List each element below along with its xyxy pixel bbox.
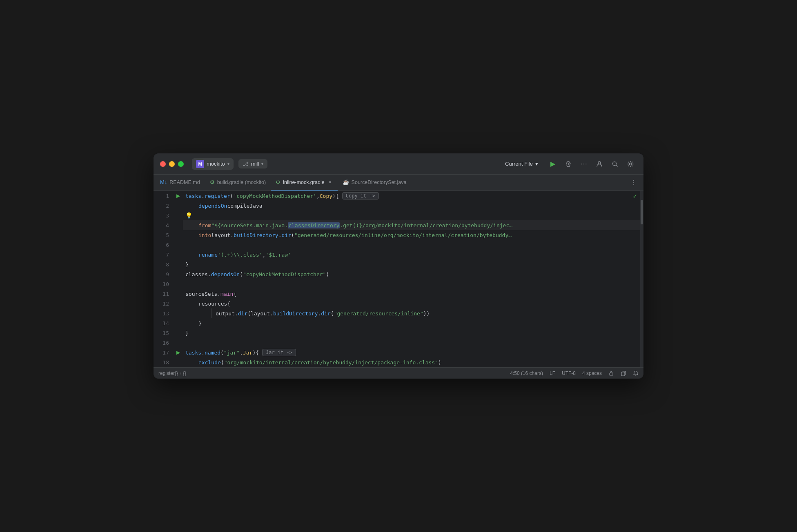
status-bar: register{} › {} 4:50 (16 chars) LF UTF-8… bbox=[154, 367, 643, 379]
run-gutter-18 bbox=[173, 357, 183, 367]
run-arrow-17[interactable]: ▶ bbox=[176, 350, 180, 355]
debug-button[interactable] bbox=[562, 157, 575, 171]
current-file-label: Current File bbox=[505, 161, 533, 167]
line-num-1: 1 bbox=[154, 191, 173, 201]
tab-readme-label: README.md bbox=[169, 180, 200, 185]
line-num-16: 16 bbox=[154, 338, 173, 348]
gradle-icon: ⚙ bbox=[210, 179, 215, 185]
run-gutter-5 bbox=[173, 230, 183, 240]
user-button[interactable] bbox=[593, 157, 606, 171]
tab-close-button[interactable]: ✕ bbox=[327, 180, 333, 185]
code-editor[interactable]: tasks.register('copyMockMethodDispatcher… bbox=[183, 191, 640, 367]
svg-point-0 bbox=[598, 162, 601, 164]
statusbar-right: 4:50 (16 chars) LF UTF-8 4 spaces bbox=[510, 370, 639, 376]
maximize-button[interactable] bbox=[178, 161, 184, 167]
ide-window: M mockito ▾ ⎇ mill ▾ Current File ▾ ▶ ⋯ bbox=[154, 153, 643, 379]
line-ending[interactable]: LF bbox=[550, 370, 555, 376]
cursor-position[interactable]: 4:50 (16 chars) bbox=[510, 370, 543, 376]
gradle2-icon: ⚙ bbox=[276, 179, 281, 185]
bulb-icon: 💡 bbox=[185, 212, 192, 219]
tab-source-dir[interactable]: ☕ SourceDirectorySet.java bbox=[338, 175, 412, 191]
titlebar: M mockito ▾ ⎇ mill ▾ Current File ▾ ▶ ⋯ bbox=[154, 153, 643, 175]
project-selector[interactable]: M mockito ▾ bbox=[192, 158, 234, 170]
settings-button[interactable] bbox=[624, 157, 637, 171]
project-icon: M bbox=[196, 160, 204, 168]
breadcrumb: register{} › {} bbox=[158, 370, 186, 376]
line-num-14: 14 bbox=[154, 318, 173, 328]
code-line-12: resources { bbox=[183, 299, 640, 308]
tab-bar: M↓ README.md ⚙ build.gradle (mockito) ⚙ … bbox=[154, 175, 643, 191]
line-num-12: 12 bbox=[154, 299, 173, 308]
run-button[interactable]: ▶ bbox=[546, 157, 559, 171]
line-num-13: 13 bbox=[154, 308, 173, 318]
line-num-10: 10 bbox=[154, 279, 173, 289]
run-gutter-13 bbox=[173, 308, 183, 318]
project-chevron-icon: ▾ bbox=[227, 162, 229, 166]
run-gutter-2 bbox=[173, 201, 183, 211]
editor-area: 1 2 3 4 5 6 7 8 9 10 11 12 13 14 15 16 1… bbox=[154, 191, 643, 367]
minimize-button[interactable] bbox=[169, 161, 175, 167]
line-num-5: 5 bbox=[154, 230, 173, 240]
code-line-16 bbox=[183, 338, 640, 348]
code-line-17: tasks.named("jar", Jar) { Jar it -> bbox=[183, 348, 640, 357]
project-name: mockito bbox=[207, 161, 225, 167]
svg-point-1 bbox=[613, 162, 617, 165]
run-gutter-15 bbox=[173, 328, 183, 338]
svg-rect-4 bbox=[621, 372, 625, 376]
branch-selector[interactable]: ⎇ mill ▾ bbox=[238, 159, 268, 168]
line-num-9: 9 bbox=[154, 269, 173, 279]
more-options-button[interactable]: ⋯ bbox=[577, 157, 590, 171]
line-num-17: 17 bbox=[154, 348, 173, 357]
code-line-5: into layout.buildDirectory.dir("generate… bbox=[183, 230, 640, 240]
tab-build-gradle-label: build.gradle (mockito) bbox=[217, 180, 266, 185]
traffic-lights bbox=[160, 161, 184, 167]
scrollbar-thumb[interactable] bbox=[641, 200, 643, 224]
breadcrumb-arrow: › bbox=[180, 370, 181, 376]
line-num-6: 6 bbox=[154, 240, 173, 250]
code-line-10 bbox=[183, 279, 640, 289]
code-line-14: } bbox=[183, 318, 640, 328]
line-num-8: 8 bbox=[154, 259, 173, 269]
tab-build-gradle[interactable]: ⚙ build.gradle (mockito) bbox=[205, 175, 271, 191]
tab-inline-mock-label: inline-mock.gradle bbox=[283, 180, 324, 185]
svg-rect-3 bbox=[610, 373, 613, 375]
code-line-6 bbox=[183, 240, 640, 250]
copy-path-button[interactable] bbox=[621, 370, 626, 376]
code-line-3: 💡 bbox=[183, 211, 640, 220]
indent-setting[interactable]: 4 spaces bbox=[582, 370, 602, 376]
vertical-scrollbar[interactable] bbox=[640, 191, 643, 367]
notifications-button[interactable] bbox=[633, 370, 639, 376]
run-gutter-3 bbox=[173, 211, 183, 220]
current-file-chevron-icon: ▾ bbox=[535, 161, 538, 167]
checkmark-icon: ✓ bbox=[633, 191, 640, 201]
line-num-15: 15 bbox=[154, 328, 173, 338]
code-line-18: exclude("org/mockito/internal/creation/b… bbox=[183, 357, 640, 367]
line-num-11: 11 bbox=[154, 289, 173, 299]
line-num-3: 3 bbox=[154, 211, 173, 220]
current-file-button[interactable]: Current File ▾ bbox=[502, 159, 541, 168]
code-line-7: rename '(.+)\\.class', '$1.raw' bbox=[183, 250, 640, 259]
code-line-2: dependsOn compileJava bbox=[183, 201, 640, 211]
tab-more-button[interactable]: ⋮ bbox=[626, 175, 642, 191]
line-num-18: 18 bbox=[154, 357, 173, 367]
run-arrow-1[interactable]: ▶ bbox=[176, 193, 180, 199]
readme-icon: M↓ bbox=[160, 179, 167, 185]
run-gutter: ▶ ▶ bbox=[173, 191, 183, 367]
code-line-11: sourceSets.main { bbox=[183, 289, 640, 299]
run-gutter-14 bbox=[173, 318, 183, 328]
code-line-8: } bbox=[183, 259, 640, 269]
code-line-4: from "${sourceSets.main.java.classesDire… bbox=[183, 220, 640, 230]
search-button[interactable] bbox=[608, 157, 621, 171]
encoding[interactable]: UTF-8 bbox=[562, 370, 576, 376]
run-gutter-4 bbox=[173, 220, 183, 230]
tab-inline-mock[interactable]: ⚙ inline-mock.gradle ✕ bbox=[271, 175, 337, 191]
line-numbers: 1 2 3 4 5 6 7 8 9 10 11 12 13 14 15 16 1… bbox=[154, 191, 173, 367]
copy-hint: Copy it -> bbox=[342, 192, 379, 200]
branch-chevron-icon: ▾ bbox=[261, 162, 263, 166]
run-gutter-11 bbox=[173, 289, 183, 299]
tab-readme[interactable]: M↓ README.md bbox=[155, 175, 205, 191]
make-readonly-button[interactable] bbox=[608, 370, 614, 376]
breadcrumb-right: {} bbox=[183, 370, 186, 376]
java-icon: ☕ bbox=[343, 179, 349, 185]
close-button[interactable] bbox=[160, 161, 166, 167]
